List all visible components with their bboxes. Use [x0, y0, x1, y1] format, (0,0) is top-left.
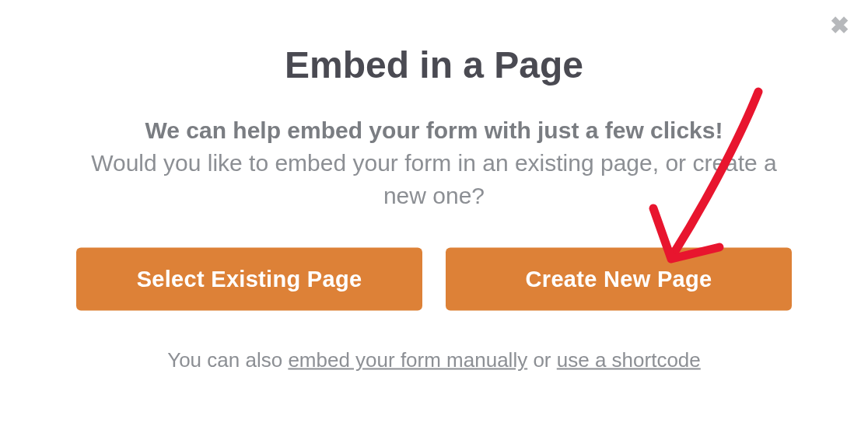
modal-subtitle: We can help embed your form with just a … [76, 114, 792, 212]
close-icon[interactable]: ✖ [830, 14, 849, 37]
embed-modal: Embed in a Page We can help embed your f… [76, 44, 792, 372]
create-new-page-button[interactable]: Create New Page [446, 248, 792, 311]
modal-title: Embed in a Page [76, 44, 792, 86]
select-existing-page-button[interactable]: Select Existing Page [76, 248, 422, 311]
button-row: Select Existing Page Create New Page [76, 248, 792, 311]
use-shortcode-link[interactable]: use a shortcode [557, 348, 701, 372]
subtitle-bold: We can help embed your form with just a … [145, 117, 723, 143]
footer-or: or [527, 348, 557, 372]
subtitle-rest: Would you like to embed your form in an … [91, 150, 777, 208]
footer-text: You can also embed your form manually or… [76, 348, 792, 372]
embed-manually-link[interactable]: embed your form manually [288, 348, 527, 372]
footer-prefix: You can also [167, 348, 288, 372]
